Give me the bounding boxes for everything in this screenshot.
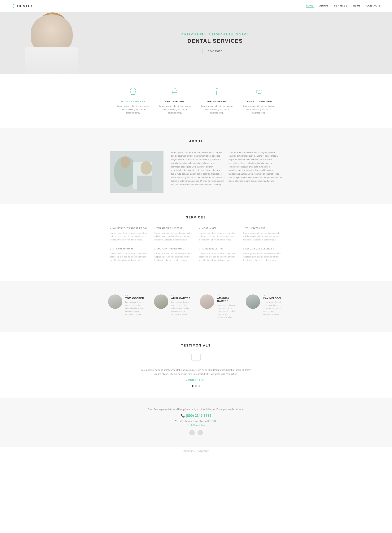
about-text: Lorem ipsum dolor sit amet conse ctetur … [171, 151, 282, 193]
doctors-grid: DR TOM COOPER Lorem ipsum dolor sit amet… [104, 291, 288, 323]
svg-point-0 [12, 5, 15, 7]
doctor-item: DR TOM COOPER Lorem ipsum dolor sit amet… [104, 291, 150, 323]
doctor-info: DR AMIR CARTER Lorem ipsum dolor sit ame… [171, 295, 192, 316]
doctor-avatar [154, 295, 168, 309]
email-icon: ✉ [187, 424, 188, 426]
logo-icon [11, 4, 16, 9]
privacy-policy-link[interactable]: Privacy Policy [196, 450, 208, 452]
contact-email[interactable]: ✉ info@dentiist.org [11, 424, 381, 426]
doctor-prefix: DR [125, 295, 146, 296]
footer: Dentic © 2015. Privacy Policy [0, 447, 392, 455]
service-list-item: VENIAM QUIS NOSTRUDLorem ipsum dolor sit… [154, 227, 193, 242]
testimonial-dot[interactable] [195, 385, 197, 387]
nav-services[interactable]: SERVICES [334, 5, 347, 8]
doctor-prefix: DR [217, 295, 238, 296]
svg-rect-4 [216, 90, 218, 91]
nav-links: HOME ABOUT SERVICES NEWS CONTACTS [306, 5, 381, 8]
doctor-name: AMIR CARTER [171, 297, 192, 300]
doctors-section: DR TOM COOPER Lorem ipsum dolor sit amet… [0, 281, 392, 332]
service-icon-implant: IMPLANTOLOGY Lorem ipsum dolor sit amet … [196, 83, 238, 119]
testimonial-dot[interactable] [191, 385, 194, 387]
doctor-name: KAY NELSON [263, 297, 284, 300]
service-list-item: INCIDIDUNT UT LABORE ET DOLLorem ipsum d… [110, 227, 149, 242]
facebook-icon[interactable]: f [189, 430, 195, 435]
nav-home[interactable]: HOME [306, 5, 314, 8]
service-cosmetic-label: COSMETIC DENTISTRY [242, 100, 276, 103]
services-title: SERVICES [11, 216, 381, 219]
about-col2: Dolor sit amet conse ctetur adipisicing … [229, 151, 282, 193]
service-surgery-text: Lorem ipsum dolor sit amet conse ctetur … [158, 105, 192, 115]
doctor-name: TOM COOPER [125, 297, 146, 300]
social-icons: f t [11, 430, 381, 435]
twitter-icon[interactable]: t [197, 430, 203, 435]
footer-copyright: Dentic © 2015. [183, 450, 196, 452]
nav-contacts[interactable]: CONTACTS [366, 5, 381, 8]
phone-icon: 📞 [181, 414, 185, 418]
doctor-text: Lorem ipsum dolor sit amet conse ctetur … [171, 301, 192, 316]
about-col1: Lorem ipsum dolor sit amet conse ctetur … [171, 151, 225, 193]
service-list-item: VOLUPTATE VELITLorem ipsum dolor sit ame… [243, 227, 282, 242]
implant-icon [200, 87, 234, 97]
doctor-prefix: DR [171, 295, 192, 296]
hero-subtitle: PROVIDING COMPREHENSIVE [181, 32, 250, 36]
service-implant-text: Lorem ipsum dolor sit amet conse ctetur … [200, 105, 234, 115]
service-implant-label: IMPLANTOLOGY [200, 100, 234, 103]
svg-point-3 [176, 90, 178, 91]
doctor-avatar [108, 295, 122, 309]
service-package-text: Lorem ipsum dolor sit amet conse ctetur … [116, 105, 150, 115]
testimonial-dots [11, 385, 381, 387]
services-section: SERVICES INCIDIDUNT UT LABORE ET DOLLore… [0, 204, 392, 281]
hero-next-button[interactable]: › [387, 41, 388, 45]
hero-read-more-button[interactable]: READ MORE [202, 48, 228, 54]
doctor-item: DR KAY NELSON Lorem ipsum dolor sit amet… [242, 291, 288, 323]
svg-point-8 [121, 157, 130, 168]
service-icon-cosmetic: COSMETIC DENTISTRY Lorem ipsum dolor sit… [238, 83, 280, 119]
service-icon-surgery: ORAL SURGERY Lorem ipsum dolor sit amet … [154, 83, 196, 119]
doctor-info: DR TOM COOPER Lorem ipsum dolor sit amet… [125, 295, 146, 316]
about-image-inner [110, 151, 163, 193]
service-surgery-label: ORAL SURGERY [158, 100, 192, 103]
contact-address: 📍 4576 Hlarmure Road,Glasgow O04 89GR [11, 420, 381, 422]
doctor-text: Lorem ipsum dolor sit amet conse ctetur … [125, 301, 146, 316]
about-section: ABOUT Lorem ipsum dolor sit amet conse c… [0, 128, 392, 204]
nav-news[interactable]: NEWS [353, 5, 361, 8]
doctor-name: AMANDA CARTER [217, 297, 238, 303]
svg-point-10 [140, 161, 152, 175]
service-list-item: IUT ENIM AD MINIMLorem ipsum dolor sit a… [110, 247, 149, 262]
contact-tagline: One of our representatives will happily … [11, 408, 381, 411]
contact-footer: One of our representatives will happily … [0, 398, 392, 447]
testimonials-section: TESTIMONIALS Lorem ipsum dolor sit amet … [0, 332, 392, 398]
services-grid: INCIDIDUNT UT LABORE ET DOLLorem ipsum d… [110, 227, 282, 262]
testimonial-text: Lorem ipsum dolor sit amet conse ctetur … [139, 368, 253, 376]
doctor-info: DR AMANDA CARTER Lorem ipsum dolor sit a… [217, 295, 238, 319]
testimonial-name: INCIDIDUNT UT L [11, 379, 381, 381]
doctor-avatar [200, 295, 214, 309]
svg-rect-11 [137, 176, 152, 191]
doctor-item: DR AMIR CARTER Lorem ipsum dolor sit ame… [150, 291, 196, 323]
testimonial-dot[interactable] [198, 385, 201, 387]
hero-person-body [25, 47, 78, 74]
service-list-item: LABORIS NISILorem ipsum dolor sit amet c… [199, 227, 238, 242]
about-content: Lorem ipsum dolor sit amet conse ctetur … [110, 151, 282, 193]
about-image [110, 151, 163, 193]
service-list-item: EXERCITATION ULLAMCOLorem ipsum dolor si… [154, 247, 193, 262]
dental-chair-icon [158, 87, 192, 97]
doctor-item: DR AMANDA CARTER Lorem ipsum dolor sit a… [196, 291, 242, 323]
hero-prev-button[interactable]: ‹ [4, 41, 5, 45]
tooth-icon [116, 87, 150, 97]
service-list-item: ESSE CILLUM DOLORE EULorem ipsum dolor s… [243, 247, 282, 262]
hero-content: PROVIDING COMPREHENSIVE DENTAL SERVICES … [177, 28, 254, 58]
service-cosmetic-text: Lorem ipsum dolor sit amet conse ctetur … [242, 105, 276, 115]
lips-icon [242, 87, 276, 97]
hero-section: PROVIDING COMPREHENSIVE DENTAL SERVICES … [0, 12, 392, 74]
testimonials-title: TESTIMONIALS [11, 344, 381, 347]
svg-rect-2 [172, 91, 177, 92]
doctor-text: Lorem ipsum dolor sit amet conse ctetur … [263, 301, 284, 316]
service-package-label: PACKAGE SERVICES [116, 100, 150, 103]
logo[interactable]: DENTIC [11, 4, 32, 9]
about-title: ABOUT [11, 140, 381, 143]
contact-phone[interactable]: 📞 (800) 2345-6789 [11, 414, 381, 418]
navigation: DENTIC HOME ABOUT SERVICES NEWS CONTACTS [0, 0, 392, 12]
nav-about[interactable]: ABOUT [319, 5, 328, 8]
hero-title: DENTAL SERVICES [181, 38, 250, 44]
